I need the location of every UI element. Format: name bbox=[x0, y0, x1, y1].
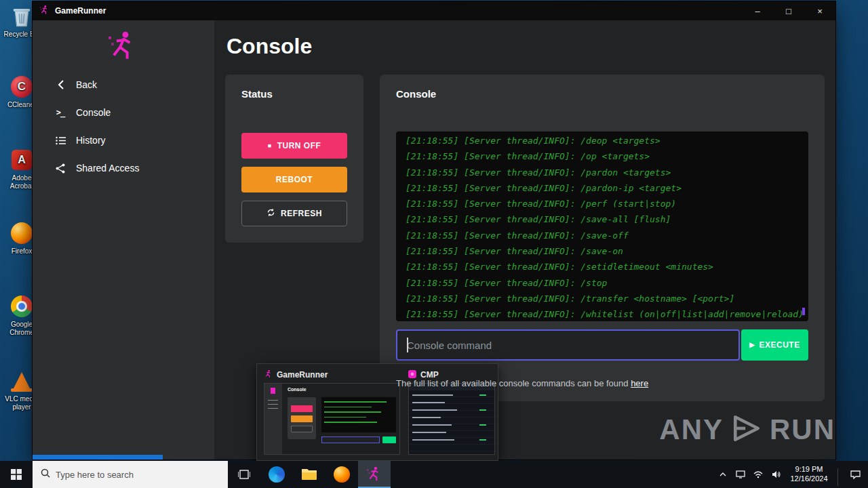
gamerunner-thumbnail-preview[interactable]: Console bbox=[264, 383, 400, 455]
window-controls: – □ × bbox=[742, 1, 835, 20]
console-command-input[interactable] bbox=[396, 329, 740, 361]
edge-icon bbox=[269, 466, 285, 483]
sidebar-nav: Back >_ Console History bbox=[33, 73, 214, 184]
network-icon[interactable] bbox=[749, 461, 767, 488]
sidebar-item-label: Shared Access bbox=[76, 163, 139, 174]
taskbar: 9:19 PM 12/16/2024 bbox=[0, 461, 868, 488]
search-input[interactable] bbox=[56, 470, 212, 480]
tray-expand-button[interactable] bbox=[714, 461, 732, 488]
sidebar-item-label: Back bbox=[76, 79, 97, 90]
close-button[interactable]: × bbox=[804, 1, 835, 20]
taskbar-firefox-icon[interactable] bbox=[326, 461, 358, 488]
thumbnail-title: GameRunner bbox=[277, 370, 328, 380]
firefox-icon bbox=[11, 222, 33, 244]
gamerunner-thumbnail[interactable]: GameRunner Console bbox=[264, 369, 400, 455]
stop-icon: ■ bbox=[268, 143, 272, 149]
sidebar-item-shared-access[interactable]: Shared Access bbox=[33, 156, 214, 180]
console-log-line: [21:18:55] [Server thread/INFO]: /whitel… bbox=[396, 306, 808, 321]
tray-divider bbox=[837, 468, 838, 486]
sidebar-item-label: Console bbox=[76, 107, 111, 118]
start-button[interactable] bbox=[0, 461, 33, 488]
taskbar-explorer-icon[interactable] bbox=[293, 461, 326, 488]
thumbnail-header: GameRunner bbox=[264, 369, 400, 380]
share-icon bbox=[54, 163, 66, 174]
turn-off-button[interactable]: ■ TURN OFF bbox=[241, 133, 347, 159]
terminal-icon: >_ bbox=[54, 108, 66, 117]
reboot-button[interactable]: REBOOT bbox=[241, 167, 347, 192]
window-title: GameRunner bbox=[55, 6, 106, 16]
list-icon bbox=[54, 136, 66, 145]
sidebar-item-history[interactable]: History bbox=[33, 128, 214, 152]
refresh-button[interactable]: REFRESH bbox=[241, 201, 347, 226]
taskbar-clock[interactable]: 9:19 PM 12/16/2024 bbox=[785, 461, 833, 488]
search-icon bbox=[41, 468, 50, 481]
gamerunner-logo bbox=[108, 28, 137, 65]
clock-date: 12/16/2024 bbox=[785, 474, 833, 483]
maximize-button[interactable]: □ bbox=[773, 1, 804, 20]
ccleaner-icon: C bbox=[11, 76, 33, 98]
sidebar-item-console[interactable]: >_ Console bbox=[33, 100, 214, 125]
cmp-thumbnail-preview[interactable] bbox=[408, 383, 495, 455]
console-log-line: [21:18:55] [Server thread/INFO]: /save-a… bbox=[396, 211, 808, 227]
screen: Recycle Bin C CCleaner A Adobe Acrobat F… bbox=[0, 0, 868, 488]
system-tray: 9:19 PM 12/16/2024 bbox=[714, 461, 868, 488]
volume-icon[interactable] bbox=[767, 461, 785, 488]
taskbar-search[interactable] bbox=[33, 461, 228, 488]
recycle-bin-icon bbox=[9, 4, 34, 28]
task-view-button[interactable] bbox=[228, 461, 260, 488]
help-link[interactable]: here bbox=[631, 378, 648, 388]
anyrun-watermark: ANY RUN bbox=[659, 413, 835, 446]
play-icon: ▶ bbox=[749, 342, 755, 348]
status-card-title: Status bbox=[241, 88, 273, 100]
clock-time: 9:19 PM bbox=[785, 464, 833, 474]
file-explorer-icon bbox=[301, 468, 317, 481]
scroll-indicator bbox=[802, 308, 805, 315]
page-title: Console bbox=[226, 34, 312, 59]
gamerunner-app-icon bbox=[39, 5, 50, 18]
execute-button[interactable]: ▶ EXECUTE bbox=[741, 329, 808, 361]
progress-strip bbox=[33, 455, 163, 460]
anyrun-logo-icon bbox=[729, 413, 764, 446]
firefox-icon bbox=[334, 466, 350, 483]
reboot-label: REBOOT bbox=[276, 175, 313, 184]
console-log-line: [21:18:55] [Server thread/INFO]: /save-o… bbox=[396, 243, 808, 259]
action-center-button[interactable] bbox=[842, 461, 868, 488]
vlc-icon bbox=[13, 372, 31, 390]
tray-monitor-icon[interactable] bbox=[732, 461, 749, 488]
console-log-line: [21:18:55] [Server thread/INFO]: /save-o… bbox=[396, 228, 808, 243]
console-log-line: [21:18:55] [Server thread/INFO]: /pardon… bbox=[396, 165, 808, 180]
chrome-icon bbox=[11, 296, 33, 317]
adobe-acrobat-icon: A bbox=[12, 150, 32, 170]
gamerunner-app-icon bbox=[264, 369, 273, 381]
taskbar-gamerunner-icon[interactable] bbox=[358, 461, 391, 488]
console-log-line: [21:18:55] [Server thread/INFO]: /stop bbox=[396, 275, 808, 291]
console-card: Console [21:18:55] [Server thread/INFO]:… bbox=[380, 75, 825, 401]
window-titlebar[interactable]: GameRunner – □ × bbox=[33, 1, 835, 20]
text-cursor bbox=[407, 338, 408, 352]
sidebar: Back >_ Console History bbox=[33, 20, 214, 460]
console-help-text: The full list of all available console c… bbox=[396, 378, 648, 388]
sidebar-item-back[interactable]: Back bbox=[33, 73, 214, 97]
console-output[interactable]: [21:18:55] [Server thread/INFO]: /deop <… bbox=[396, 131, 808, 321]
help-text-prefix: The full list of all available console c… bbox=[396, 378, 631, 388]
chevron-left-icon bbox=[54, 80, 66, 89]
gamerunner-app-icon bbox=[367, 466, 382, 482]
sidebar-item-label: History bbox=[76, 135, 106, 146]
status-card: Status ■ TURN OFF REBOOT REFRESH bbox=[225, 75, 363, 243]
refresh-label: REFRESH bbox=[281, 209, 322, 218]
console-log-line: [21:18:55] [Server thread/INFO]: /perf (… bbox=[396, 196, 808, 211]
watermark-text-any: ANY bbox=[659, 413, 724, 446]
watermark-text-run: RUN bbox=[770, 413, 835, 446]
refresh-icon bbox=[267, 208, 275, 219]
execute-label: EXECUTE bbox=[760, 340, 800, 350]
console-log-line: [21:18:55] [Server thread/INFO]: /deop <… bbox=[396, 133, 808, 148]
console-input-row: ▶ EXECUTE bbox=[396, 329, 808, 361]
turn-off-label: TURN OFF bbox=[277, 141, 321, 150]
console-card-title: Console bbox=[396, 88, 436, 100]
taskbar-edge-icon[interactable] bbox=[260, 461, 293, 488]
console-log-line: [21:18:55] [Server thread/INFO]: /pardon… bbox=[396, 180, 808, 196]
console-log-line: [21:18:55] [Server thread/INFO]: /transf… bbox=[396, 291, 808, 306]
console-log-line: [21:18:55] [Server thread/INFO]: /op <ta… bbox=[396, 148, 808, 164]
console-log-line: [21:18:55] [Server thread/INFO]: /setidl… bbox=[396, 259, 808, 274]
minimize-button[interactable]: – bbox=[742, 1, 773, 20]
